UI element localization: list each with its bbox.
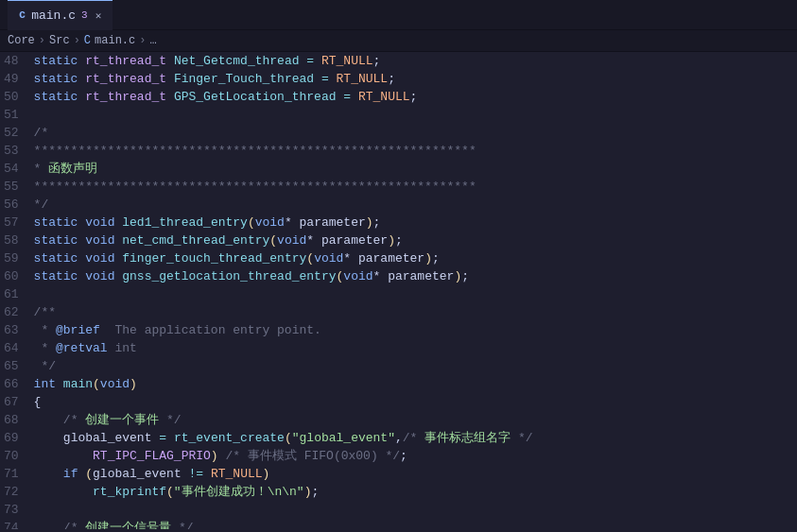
line-code xyxy=(34,501,797,519)
line-code xyxy=(34,285,797,303)
code-line-65: 65 */ xyxy=(4,357,797,375)
code-line-71: 71 if (global_event != RT_NULL) xyxy=(4,465,797,483)
tab-main-c[interactable]: c main.c 3 ✕ xyxy=(8,0,113,30)
line-code: */ xyxy=(34,196,797,214)
code-line-67: 67{ xyxy=(4,393,797,411)
line-number: 73 xyxy=(4,501,34,519)
line-code: /* xyxy=(34,124,797,142)
tab-badge: 3 xyxy=(81,9,88,21)
line-number: 55 xyxy=(4,178,34,196)
line-number: 53 xyxy=(4,142,34,160)
code-line-54: 54* 函数声明 xyxy=(4,160,797,178)
breadcrumb: Core › Src › C main.c › … xyxy=(0,30,797,52)
line-code: RT_IPC_FLAG_PRIO) /* 事件模式 FIFO(0x00) */; xyxy=(34,447,797,465)
code-line-62: 62/** xyxy=(4,303,797,321)
code-line-72: 72 rt_kprintf("事件创建成功！\n\n"); xyxy=(4,483,797,501)
line-code: static rt_thread_t Finger_Touch_thread =… xyxy=(34,70,797,88)
breadcrumb-src[interactable]: Src xyxy=(49,34,70,47)
code-line-59: 59static void finger_touch_thread_entry(… xyxy=(4,249,797,267)
line-number: 63 xyxy=(4,321,34,339)
line-number: 68 xyxy=(4,411,34,429)
line-code: * 函数声明 xyxy=(34,160,797,178)
line-code: global_event = rt_event_create("global_e… xyxy=(34,429,797,447)
line-number: 52 xyxy=(4,124,34,142)
code-line-63: 63 * @brief The application entry point. xyxy=(4,321,797,339)
c-file-icon: c xyxy=(19,9,26,22)
tab-filename: main.c xyxy=(31,9,76,23)
line-number: 58 xyxy=(4,232,34,249)
code-line-73: 73 xyxy=(4,501,797,519)
breadcrumb-file[interactable]: main.c xyxy=(95,34,135,47)
tab-close-button[interactable]: ✕ xyxy=(95,9,102,22)
code-line-49: 49static rt_thread_t Finger_Touch_thread… xyxy=(4,70,797,88)
line-code: */ xyxy=(34,357,797,375)
breadcrumb-sep-1: › xyxy=(39,34,45,47)
line-number: 56 xyxy=(4,196,34,214)
code-line-68: 68 /* 创建一个事件 */ xyxy=(4,411,797,429)
code-line-60: 60static void gnss_getlocation_thread_en… xyxy=(4,267,797,285)
breadcrumb-sep-2: › xyxy=(74,34,80,47)
code-line-66: 66int main(void) xyxy=(4,375,797,393)
code-line-69: 69 global_event = rt_event_create("globa… xyxy=(4,429,797,447)
line-code: /* 创建一个信号量 */ xyxy=(34,519,797,529)
line-number: 50 xyxy=(4,88,34,106)
line-number: 62 xyxy=(4,303,34,321)
line-code: /** xyxy=(34,303,797,321)
code-line-74: 74 /* 创建一个信号量 */ xyxy=(4,519,797,529)
line-code: static void gnss_getlocation_thread_entr… xyxy=(34,267,797,285)
line-number: 48 xyxy=(4,52,34,70)
code-line-70: 70 RT_IPC_FLAG_PRIO) /* 事件模式 FIFO(0x00) … xyxy=(4,447,797,465)
line-code: ****************************************… xyxy=(34,142,797,160)
code-line-53: 53**************************************… xyxy=(4,142,797,160)
line-number: 69 xyxy=(4,429,34,447)
line-code: /* 创建一个事件 */ xyxy=(34,411,797,429)
line-code: static void led1_thread_entry(void* para… xyxy=(34,214,797,232)
editor: 48static rt_thread_t Net_Getcmd_thread =… xyxy=(0,52,797,529)
line-code: static void finger_touch_thread_entry(vo… xyxy=(34,249,797,267)
breadcrumb-sep-3: › xyxy=(139,34,146,47)
code-line-48: 48static rt_thread_t Net_Getcmd_thread =… xyxy=(4,52,797,70)
line-number: 61 xyxy=(4,285,34,303)
code-area[interactable]: 48static rt_thread_t Net_Getcmd_thread =… xyxy=(0,52,797,529)
c-file-icon-breadcrumb: C xyxy=(84,34,91,47)
code-line-61: 61 xyxy=(4,285,797,303)
breadcrumb-core[interactable]: Core xyxy=(8,34,35,47)
line-number: 59 xyxy=(4,249,34,267)
line-number: 60 xyxy=(4,267,34,285)
line-code: * @brief The application entry point. xyxy=(34,321,797,339)
line-code: if (global_event != RT_NULL) xyxy=(34,465,797,483)
line-number: 57 xyxy=(4,214,34,232)
title-bar: c main.c 3 ✕ xyxy=(0,0,797,30)
line-number: 49 xyxy=(4,70,34,88)
line-number: 74 xyxy=(4,519,34,529)
line-code: int main(void) xyxy=(34,375,797,393)
code-line-55: 55**************************************… xyxy=(4,178,797,196)
code-line-52: 52/* xyxy=(4,124,797,142)
line-code: ****************************************… xyxy=(34,178,797,196)
line-code: static rt_thread_t GPS_GetLocation_threa… xyxy=(34,88,797,106)
line-number: 72 xyxy=(4,483,34,501)
breadcrumb-ellipsis: … xyxy=(149,34,156,47)
code-line-58: 58static void net_cmd_thread_entry(void*… xyxy=(4,232,797,249)
line-number: 64 xyxy=(4,339,34,357)
line-code: static rt_thread_t Net_Getcmd_thread = R… xyxy=(34,52,797,70)
line-number: 67 xyxy=(4,393,34,411)
code-line-50: 50static rt_thread_t GPS_GetLocation_thr… xyxy=(4,88,797,106)
code-line-57: 57static void led1_thread_entry(void* pa… xyxy=(4,214,797,232)
code-line-64: 64 * @retval int xyxy=(4,339,797,357)
code-line-56: 56*/ xyxy=(4,196,797,214)
line-number: 54 xyxy=(4,160,34,178)
line-number: 66 xyxy=(4,375,34,393)
line-code: rt_kprintf("事件创建成功！\n\n"); xyxy=(34,483,797,501)
line-number: 65 xyxy=(4,357,34,375)
line-code: * @retval int xyxy=(34,339,797,357)
line-number: 51 xyxy=(4,106,34,124)
line-number: 70 xyxy=(4,447,34,465)
code-line-51: 51 xyxy=(4,106,797,124)
line-number: 71 xyxy=(4,465,34,483)
line-code: { xyxy=(34,393,797,411)
line-code xyxy=(34,106,797,124)
line-code: static void net_cmd_thread_entry(void* p… xyxy=(34,232,797,249)
